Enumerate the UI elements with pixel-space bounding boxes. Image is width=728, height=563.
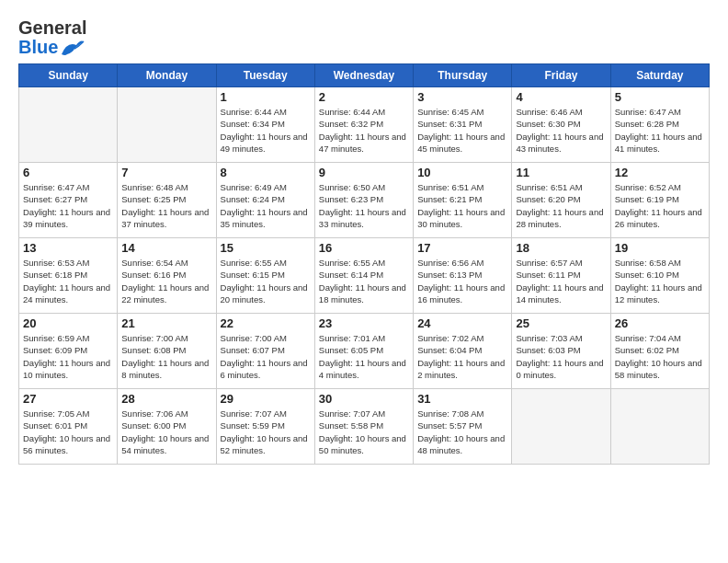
weekday-header: Tuesday <box>216 64 314 87</box>
calendar-cell: 3Sunrise: 6:45 AMSunset: 6:31 PMDaylight… <box>414 87 512 163</box>
calendar-week-row: 1Sunrise: 6:44 AMSunset: 6:34 PMDaylight… <box>19 87 710 163</box>
calendar-week-row: 6Sunrise: 6:47 AMSunset: 6:27 PMDaylight… <box>19 163 710 238</box>
day-number: 7 <box>121 166 211 179</box>
calendar-cell: 9Sunrise: 6:50 AMSunset: 6:23 PMDaylight… <box>314 163 413 238</box>
cell-info: Sunrise: 7:08 AMSunset: 5:57 PMDaylight:… <box>417 408 507 456</box>
calendar-cell: 22Sunrise: 7:00 AMSunset: 6:07 PMDayligh… <box>216 314 314 389</box>
weekday-header: Saturday <box>610 64 709 87</box>
weekday-header: Wednesday <box>314 64 413 87</box>
calendar-week-row: 27Sunrise: 7:05 AMSunset: 6:01 PMDayligh… <box>19 389 710 465</box>
calendar-cell <box>512 389 610 465</box>
cell-info: Sunrise: 7:06 AMSunset: 6:00 PMDaylight:… <box>121 408 211 456</box>
calendar-cell: 6Sunrise: 6:47 AMSunset: 6:27 PMDaylight… <box>19 163 118 238</box>
calendar-cell: 2Sunrise: 6:44 AMSunset: 6:32 PMDaylight… <box>314 87 413 163</box>
cell-info: Sunrise: 6:46 AMSunset: 6:30 PMDaylight:… <box>516 106 606 155</box>
day-number: 11 <box>516 166 606 179</box>
day-number: 17 <box>417 241 507 255</box>
calendar-cell: 10Sunrise: 6:51 AMSunset: 6:21 PMDayligh… <box>414 163 512 238</box>
cell-info: Sunrise: 7:05 AMSunset: 6:01 PMDaylight:… <box>23 408 113 456</box>
calendar-cell: 21Sunrise: 7:00 AMSunset: 6:08 PMDayligh… <box>118 314 216 389</box>
calendar-cell <box>19 87 118 163</box>
calendar-cell <box>610 389 709 465</box>
cell-info: Sunrise: 6:48 AMSunset: 6:25 PMDaylight:… <box>121 181 211 230</box>
cell-info: Sunrise: 6:51 AMSunset: 6:21 PMDaylight:… <box>417 181 507 230</box>
cell-info: Sunrise: 6:47 AMSunset: 6:28 PMDaylight:… <box>615 106 705 155</box>
calendar-cell: 26Sunrise: 7:04 AMSunset: 6:02 PMDayligh… <box>610 314 709 389</box>
calendar-cell: 19Sunrise: 6:58 AMSunset: 6:10 PMDayligh… <box>610 238 709 314</box>
calendar-cell: 20Sunrise: 6:59 AMSunset: 6:09 PMDayligh… <box>19 314 118 389</box>
cell-info: Sunrise: 6:44 AMSunset: 6:34 PMDaylight:… <box>221 106 311 155</box>
calendar-cell: 5Sunrise: 6:47 AMSunset: 6:28 PMDaylight… <box>610 87 709 163</box>
calendar-cell: 11Sunrise: 6:51 AMSunset: 6:20 PMDayligh… <box>512 163 610 238</box>
calendar-cell: 1Sunrise: 6:44 AMSunset: 6:34 PMDaylight… <box>216 87 314 163</box>
day-number: 10 <box>417 166 507 179</box>
cell-info: Sunrise: 6:45 AMSunset: 6:31 PMDaylight:… <box>417 106 507 155</box>
day-number: 12 <box>615 166 705 179</box>
day-number: 2 <box>319 90 409 104</box>
day-number: 31 <box>417 392 507 406</box>
day-number: 3 <box>417 90 507 104</box>
calendar-cell: 15Sunrise: 6:55 AMSunset: 6:15 PMDayligh… <box>216 238 314 314</box>
weekday-header: Sunday <box>19 64 118 87</box>
day-number: 24 <box>417 316 507 330</box>
logo-bird-icon <box>60 38 85 58</box>
cell-info: Sunrise: 7:07 AMSunset: 5:58 PMDaylight:… <box>319 408 409 456</box>
day-number: 16 <box>319 241 409 255</box>
logo-general: General <box>18 17 86 38</box>
cell-info: Sunrise: 7:07 AMSunset: 5:59 PMDaylight:… <box>221 408 311 456</box>
day-number: 22 <box>221 316 311 330</box>
day-number: 29 <box>221 392 311 406</box>
weekday-header: Thursday <box>414 64 512 87</box>
day-number: 25 <box>516 316 606 330</box>
page: General Blue SundayMondayTuesdayWednesda… <box>0 0 728 474</box>
day-number: 9 <box>319 166 409 179</box>
day-number: 19 <box>615 241 705 255</box>
day-number: 15 <box>221 241 311 255</box>
cell-info: Sunrise: 6:50 AMSunset: 6:23 PMDaylight:… <box>319 181 409 230</box>
cell-info: Sunrise: 6:56 AMSunset: 6:13 PMDaylight:… <box>417 257 507 305</box>
logo: General Blue <box>18 18 86 58</box>
calendar-cell: 8Sunrise: 6:49 AMSunset: 6:24 PMDaylight… <box>216 163 314 238</box>
cell-info: Sunrise: 6:52 AMSunset: 6:19 PMDaylight:… <box>615 181 705 230</box>
cell-info: Sunrise: 6:55 AMSunset: 6:14 PMDaylight:… <box>319 257 409 305</box>
calendar-cell: 27Sunrise: 7:05 AMSunset: 6:01 PMDayligh… <box>19 389 118 465</box>
calendar-cell: 18Sunrise: 6:57 AMSunset: 6:11 PMDayligh… <box>512 238 610 314</box>
day-number: 23 <box>319 316 409 330</box>
calendar-cell: 30Sunrise: 7:07 AMSunset: 5:58 PMDayligh… <box>314 389 413 465</box>
day-number: 18 <box>516 241 606 255</box>
cell-info: Sunrise: 6:51 AMSunset: 6:20 PMDaylight:… <box>516 181 606 230</box>
calendar-cell: 28Sunrise: 7:06 AMSunset: 6:00 PMDayligh… <box>118 389 216 465</box>
day-number: 5 <box>615 90 705 104</box>
day-number: 20 <box>23 316 113 330</box>
calendar-cell: 31Sunrise: 7:08 AMSunset: 5:57 PMDayligh… <box>414 389 512 465</box>
calendar-cell: 29Sunrise: 7:07 AMSunset: 5:59 PMDayligh… <box>216 389 314 465</box>
day-number: 21 <box>121 316 211 330</box>
cell-info: Sunrise: 7:03 AMSunset: 6:03 PMDaylight:… <box>516 332 606 381</box>
cell-info: Sunrise: 7:01 AMSunset: 6:05 PMDaylight:… <box>319 332 409 381</box>
calendar-cell: 24Sunrise: 7:02 AMSunset: 6:04 PMDayligh… <box>414 314 512 389</box>
day-number: 4 <box>516 90 606 104</box>
calendar-cell: 17Sunrise: 6:56 AMSunset: 6:13 PMDayligh… <box>414 238 512 314</box>
calendar-cell: 12Sunrise: 6:52 AMSunset: 6:19 PMDayligh… <box>610 163 709 238</box>
cell-info: Sunrise: 7:04 AMSunset: 6:02 PMDaylight:… <box>615 332 705 381</box>
calendar-cell <box>118 87 216 163</box>
calendar-cell: 23Sunrise: 7:01 AMSunset: 6:05 PMDayligh… <box>314 314 413 389</box>
cell-info: Sunrise: 6:59 AMSunset: 6:09 PMDaylight:… <box>23 332 113 381</box>
calendar-cell: 25Sunrise: 7:03 AMSunset: 6:03 PMDayligh… <box>512 314 610 389</box>
weekday-header-row: SundayMondayTuesdayWednesdayThursdayFrid… <box>19 64 710 87</box>
cell-info: Sunrise: 7:00 AMSunset: 6:08 PMDaylight:… <box>121 332 211 381</box>
cell-info: Sunrise: 6:54 AMSunset: 6:16 PMDaylight:… <box>121 257 211 305</box>
day-number: 26 <box>615 316 705 330</box>
day-number: 14 <box>121 241 211 255</box>
day-number: 6 <box>23 166 113 179</box>
cell-info: Sunrise: 6:57 AMSunset: 6:11 PMDaylight:… <box>516 257 606 305</box>
day-number: 28 <box>121 392 211 406</box>
cell-info: Sunrise: 6:49 AMSunset: 6:24 PMDaylight:… <box>221 181 311 230</box>
cell-info: Sunrise: 6:44 AMSunset: 6:32 PMDaylight:… <box>319 106 409 155</box>
day-number: 1 <box>221 90 311 104</box>
cell-info: Sunrise: 7:02 AMSunset: 6:04 PMDaylight:… <box>417 332 507 381</box>
calendar-cell: 7Sunrise: 6:48 AMSunset: 6:25 PMDaylight… <box>118 163 216 238</box>
calendar-cell: 4Sunrise: 6:46 AMSunset: 6:30 PMDaylight… <box>512 87 610 163</box>
logo-blue: Blue <box>18 37 58 58</box>
cell-info: Sunrise: 6:47 AMSunset: 6:27 PMDaylight:… <box>23 181 113 230</box>
